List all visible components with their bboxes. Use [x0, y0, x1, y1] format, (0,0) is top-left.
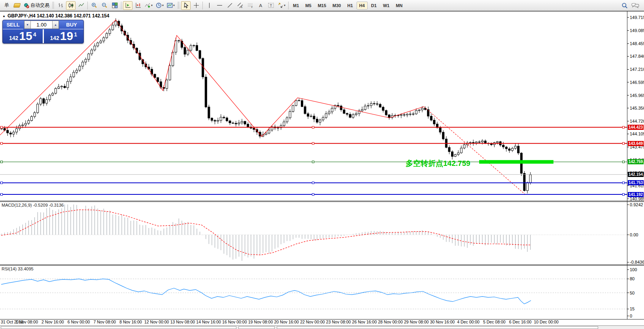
buy-price-big: 19	[60, 30, 73, 42]
chat-button[interactable]	[630, 1, 640, 10]
auto-scroll-button[interactable]	[123, 1, 132, 10]
sell-button[interactable]: SELL	[3, 20, 23, 29]
fibonacci-button[interactable]: F	[246, 1, 255, 10]
price-badge-141.192: 141.192	[628, 192, 644, 197]
bar-chart-icon	[58, 2, 64, 8]
hline-handle[interactable]	[312, 194, 314, 196]
symbol-ohlc-text: GBPJPY-,H4 142.140 142.386 142.071 142.1…	[8, 13, 110, 19]
timeframe-m5-button[interactable]: M5	[302, 2, 314, 10]
hline-handle[interactable]	[312, 143, 314, 145]
volume-input[interactable]	[31, 21, 52, 29]
hline-handle[interactable]	[312, 161, 314, 163]
hline-handle[interactable]	[623, 126, 625, 128]
new-order-button[interactable]: 单	[2, 1, 11, 10]
vertical-line-button[interactable]	[204, 1, 214, 10]
timeframe-m15-button[interactable]: M15	[315, 2, 329, 10]
periods-icon	[156, 2, 162, 8]
hline-handle[interactable]	[1, 194, 3, 196]
window-tab[interactable]	[277, 326, 598, 329]
chart-shift-icon	[135, 2, 141, 8]
cursor-button[interactable]	[181, 1, 191, 10]
horizontal-line-button[interactable]	[215, 1, 224, 10]
svg-text:13 Nov 08:00: 13 Nov 08:00	[170, 319, 195, 324]
arrows-button[interactable]: ▾	[276, 1, 287, 10]
sell-price-prefix: 142	[9, 35, 18, 41]
window-tabs-strip	[0, 325, 644, 329]
window-tab[interactable]	[1, 326, 236, 329]
timeframe-m1-button[interactable]: M1	[290, 2, 302, 10]
zoom-in-button[interactable]	[89, 1, 99, 10]
svg-text:16 Nov 00:00: 16 Nov 00:00	[222, 319, 247, 324]
sell-price-sup: 4	[33, 31, 36, 38]
text-button[interactable]: A	[256, 1, 265, 10]
svg-text:144.105: 144.105	[630, 131, 644, 136]
hline-handle[interactable]	[1, 161, 3, 163]
hline-handle[interactable]	[623, 194, 625, 196]
timeframe-w1-button[interactable]: W1	[380, 2, 393, 10]
trendline-icon	[227, 2, 233, 8]
price-badge-141.753: 141.753	[628, 180, 644, 185]
text-label-button[interactable]: T	[266, 1, 276, 10]
trend-highlight-bar[interactable]	[479, 160, 553, 164]
search-button[interactable]	[620, 1, 629, 10]
candlestick-chart-icon	[68, 2, 74, 8]
gold-tool-button[interactable]	[12, 1, 22, 10]
autotrading-button[interactable]: 自动交易	[23, 1, 51, 10]
volume-control: ▼ ▲	[24, 21, 59, 29]
window-tab[interactable]	[238, 326, 275, 329]
equidistant-channel-button[interactable]: E	[235, 1, 245, 10]
timeframe-mn-button[interactable]: MN	[393, 2, 405, 10]
one-click-trading-panel: SELL ▼ ▲ BUY 142 15 4 142 19 1	[2, 20, 84, 44]
sell-price[interactable]: 142 15 4	[3, 29, 43, 43]
rsi-label: RSI(14) 33.4095	[2, 266, 34, 271]
timeframe-h4-button[interactable]: H4	[357, 2, 368, 10]
chart-canvas[interactable]: 149.715149.085148.455147.840147.210146.5…	[0, 0, 644, 329]
hline-handle[interactable]	[312, 182, 314, 184]
hline-handle[interactable]	[623, 143, 625, 145]
trend-annotation[interactable]: 多空转折点142.759	[406, 158, 470, 169]
buy-button[interactable]: BUY	[60, 20, 83, 29]
tile-windows-button[interactable]	[110, 1, 119, 10]
indicators-button[interactable]: ▾	[144, 1, 154, 10]
volume-increase-button[interactable]: ▲	[52, 21, 59, 29]
periods-button[interactable]: ▾	[155, 1, 165, 10]
price-badge-142.759: 142.759	[628, 159, 644, 164]
hline-handle[interactable]	[1, 143, 3, 145]
svg-text:140.985: 140.985	[630, 196, 644, 201]
current-price-badge: 142.154	[628, 172, 644, 177]
buy-price-prefix: 142	[50, 35, 59, 41]
svg-text:12 Nov 00:00: 12 Nov 00:00	[144, 319, 169, 324]
timeframe-m30-button[interactable]: M30	[330, 2, 344, 10]
templates-button[interactable]: ▾	[166, 1, 176, 10]
dropdown-icon: ▾	[173, 4, 175, 7]
svg-text:144.720: 144.720	[630, 119, 644, 124]
volume-decrease-button[interactable]: ▼	[25, 21, 31, 29]
timeframe-d1-button[interactable]: D1	[368, 2, 380, 10]
hline-handle[interactable]	[623, 161, 625, 163]
svg-text:T: T	[270, 4, 272, 8]
mt4-window: 149.715149.085148.455147.840147.210146.5…	[0, 0, 644, 329]
hline-handle[interactable]	[1, 126, 3, 128]
crosshair-button[interactable]	[191, 1, 201, 10]
hline-handle[interactable]	[312, 126, 314, 128]
hline-handle[interactable]	[623, 182, 625, 184]
buy-price[interactable]: 142 19 1	[44, 29, 84, 43]
line-chart-button[interactable]	[76, 1, 86, 10]
zoom-in-icon	[91, 2, 97, 8]
svg-text:14 Nov 16:00: 14 Nov 16:00	[196, 319, 221, 324]
bar-chart-button[interactable]	[56, 1, 65, 10]
svg-text:19 Nov 08:00: 19 Nov 08:00	[248, 319, 273, 324]
toolbar: 单 自动交易 ▾ ▾ ▾ E F A T ▾ M1M5M15M30H1H4D1W…	[0, 0, 644, 11]
zoom-out-button[interactable]	[100, 1, 109, 10]
trendline-button[interactable]	[225, 1, 234, 10]
chat-icon	[631, 2, 639, 9]
tile-windows-icon	[112, 2, 118, 8]
chart-shift-button[interactable]	[133, 1, 143, 10]
candlestick-chart-button[interactable]	[66, 1, 76, 10]
hline-handle[interactable]	[1, 182, 3, 184]
svg-text:100: 100	[630, 267, 637, 272]
panel-collapse-button[interactable]: ▲	[2, 14, 6, 18]
timeframe-h1-button[interactable]: H1	[344, 2, 355, 10]
toolbar-gripper	[52, 2, 54, 9]
dropdown-icon: ▾	[284, 4, 285, 7]
